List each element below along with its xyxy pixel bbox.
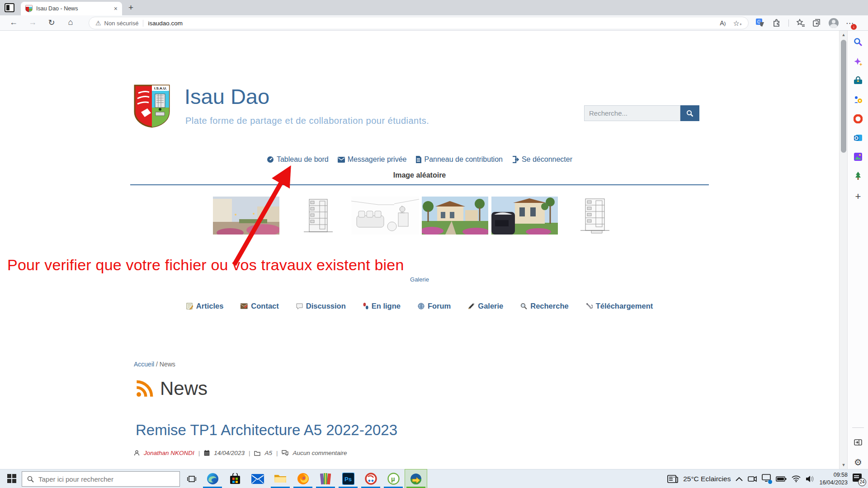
- random-image-elevation-2[interactable]: [579, 197, 612, 235]
- taskbar-app-recorder[interactable]: [360, 469, 382, 488]
- svg-text:Ps: Ps: [344, 476, 352, 483]
- forward-icon[interactable]: →: [27, 18, 38, 27]
- article-title[interactable]: Remise TP1 Architecture A5 2022-2023: [136, 422, 397, 439]
- scrollbar-thumb[interactable]: [841, 40, 846, 153]
- profile-avatar[interactable]: [829, 18, 839, 28]
- action-display-icon[interactable]: [762, 474, 771, 483]
- taskbar-app-mail[interactable]: [247, 469, 269, 488]
- taskbar-app-winrar[interactable]: [315, 469, 336, 488]
- sidebar-add-icon[interactable]: +: [853, 192, 863, 202]
- nav-articles[interactable]: Articles: [186, 302, 224, 310]
- sidebar-settings-gear-icon[interactable]: ⚙: [853, 457, 863, 467]
- news-weather-icon[interactable]: [667, 474, 678, 483]
- taskbar-clock[interactable]: 09:58 16/04/2023: [819, 471, 848, 486]
- read-aloud-icon[interactable]: A): [720, 19, 726, 27]
- weather-text[interactable]: 25°C Eclaircies: [683, 475, 731, 483]
- sidebar-office-icon[interactable]: [853, 114, 863, 124]
- article-category[interactable]: A5: [264, 450, 272, 456]
- breadcrumb: Accueil / News: [134, 361, 175, 368]
- taskbar-search-input[interactable]: [38, 475, 165, 483]
- battery-icon[interactable]: [776, 476, 787, 482]
- article-date: 14/04/2023: [214, 450, 245, 456]
- note-icon: [186, 303, 193, 310]
- toolbar-icons: G ⋯↓: [756, 17, 854, 29]
- volume-icon[interactable]: [806, 475, 814, 483]
- address-bar[interactable]: ⚠ Non sécurisé isaudao.com A) ☆+: [89, 17, 749, 29]
- new-tab-button[interactable]: +: [128, 3, 133, 13]
- nav-enligne[interactable]: En ligne: [363, 302, 401, 310]
- nav-messagerie-link[interactable]: Messagerie privée: [338, 155, 407, 164]
- browser-tab[interactable]: Isau Dao - News ×: [21, 2, 122, 15]
- nav-logout-link[interactable]: Se déconnecter: [512, 155, 572, 164]
- tab-layout-icon[interactable]: [5, 3, 14, 12]
- nav-telechargement[interactable]: Téléchargement: [586, 302, 653, 310]
- random-image-villa-garden[interactable]: [422, 197, 488, 235]
- gallery-caption[interactable]: Galerie: [130, 276, 709, 283]
- taskbar-app-store[interactable]: [224, 469, 246, 488]
- section-title: News: [160, 378, 208, 399]
- tab-close-icon[interactable]: ×: [114, 5, 118, 12]
- wifi-icon[interactable]: [792, 475, 801, 482]
- nav-recherche[interactable]: Recherche: [520, 302, 568, 310]
- start-button[interactable]: [7, 474, 17, 483]
- svg-text:I.S.A.U.: I.S.A.U.: [154, 86, 167, 90]
- system-tray: 25°C Eclaircies 09:58 16/04/2023 24: [667, 469, 868, 488]
- translate-icon[interactable]: G: [756, 19, 765, 28]
- nav-discussion[interactable]: Discussion: [296, 302, 346, 310]
- taskbar-app-utorrent[interactable]: µ: [382, 469, 404, 488]
- sidebar-designer-icon[interactable]: [853, 152, 863, 162]
- sidebar-search-icon[interactable]: [853, 37, 863, 47]
- sidebar-tools-icon[interactable]: [853, 76, 863, 86]
- edge-sidebar: + ⚙: [847, 31, 868, 469]
- sidebar-outlook-icon[interactable]: [853, 133, 863, 143]
- page-scrollbar[interactable]: ▲ ▼: [839, 31, 847, 469]
- envelope-icon: [338, 157, 345, 163]
- screen: Isau Dao - News × + ← → ↻ ⌂ ⚠ Non sécuri…: [0, 0, 868, 488]
- url-text: isaudao.com: [148, 20, 183, 27]
- random-image-interior-sketch[interactable]: [351, 197, 419, 235]
- scroll-down-icon[interactable]: ▼: [840, 463, 848, 467]
- taskbar-app-edge[interactable]: [202, 469, 223, 488]
- taskbar-search[interactable]: [22, 471, 180, 487]
- browser-tab-strip: Isau Dao - News × +: [0, 0, 868, 15]
- notification-dot: [768, 480, 772, 484]
- site-search-button[interactable]: [680, 105, 699, 121]
- nav-contact[interactable]: Contact: [241, 302, 278, 310]
- taskbar-app-firefox[interactable]: [292, 469, 314, 488]
- sidebar-games-icon[interactable]: [853, 95, 863, 105]
- extensions-icon[interactable]: [772, 19, 781, 28]
- more-menu-icon[interactable]: ⋯↓: [846, 19, 854, 28]
- random-image-villa-car[interactable]: [491, 197, 558, 235]
- nav-galerie[interactable]: Galerie: [468, 302, 503, 310]
- scroll-up-icon[interactable]: ▲: [840, 33, 848, 37]
- sidebar-panel-icon[interactable]: [853, 437, 863, 447]
- mail-icon: [241, 303, 248, 309]
- action-center-button[interactable]: 24: [853, 474, 864, 484]
- taskbar-app-explorer[interactable]: [269, 469, 291, 488]
- article-author[interactable]: Jonathan NKONDI: [144, 450, 194, 456]
- sidebar-discover-icon[interactable]: [853, 57, 863, 67]
- taskbar-app-idm[interactable]: [405, 469, 427, 488]
- article-comments: Aucun commentaire: [292, 450, 347, 456]
- site-search-input[interactable]: [584, 105, 680, 121]
- nav-forum[interactable]: Forum: [418, 302, 451, 310]
- nav-contribution-link[interactable]: Panneau de contribution: [415, 155, 502, 164]
- meet-now-icon[interactable]: [748, 475, 757, 483]
- sidebar-tree-icon[interactable]: [853, 171, 863, 181]
- site-search: [584, 105, 699, 121]
- calendar-icon: [204, 450, 210, 456]
- site-logo-shield[interactable]: I.S.A.U.: [134, 84, 170, 128]
- site-title[interactable]: Isau Dao: [184, 84, 269, 109]
- folder-icon: [254, 450, 260, 456]
- back-icon[interactable]: ←: [8, 18, 19, 27]
- collections-icon[interactable]: [812, 19, 821, 28]
- task-view-button[interactable]: [183, 469, 201, 488]
- tray-chevron-icon[interactable]: [736, 477, 743, 481]
- favorites-icon[interactable]: [796, 19, 805, 28]
- reload-icon[interactable]: ↻: [46, 18, 57, 28]
- add-favorite-icon[interactable]: ☆+: [733, 19, 742, 28]
- breadcrumb-home[interactable]: Accueil: [134, 361, 154, 368]
- home-icon[interactable]: ⌂: [65, 18, 76, 27]
- article-meta: Jonathan NKONDI | 14/04/2023 | A5 | Aucu…: [134, 450, 347, 456]
- taskbar-app-photoshop[interactable]: Ps: [337, 469, 359, 488]
